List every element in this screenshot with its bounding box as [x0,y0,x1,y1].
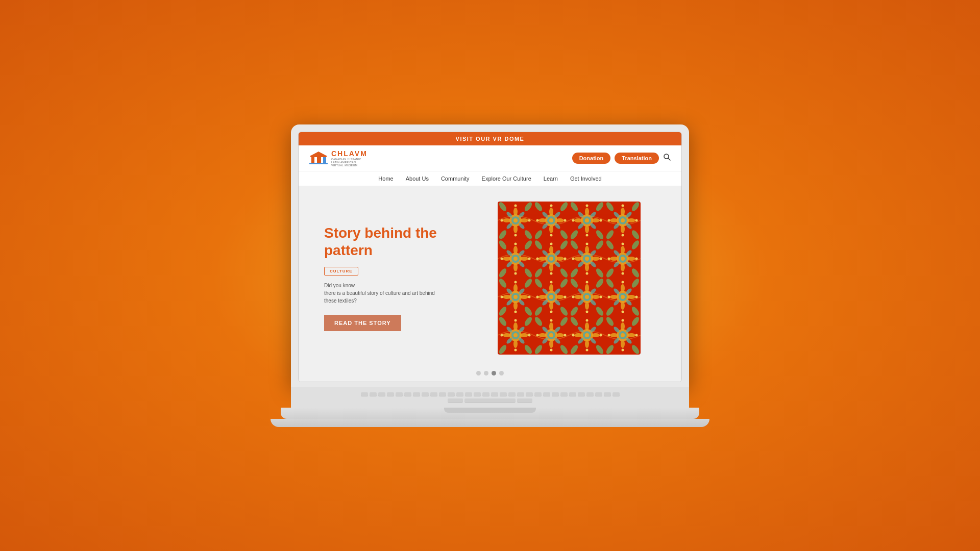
key [396,392,403,396]
key [569,392,576,396]
banner-text: VISIT OUR VR DOME [456,136,525,142]
svg-rect-0 [311,157,314,164]
keyboard-row-1 [361,392,620,396]
translation-button[interactable]: Translation [615,153,659,164]
logo-icon [309,151,328,166]
carousel-dot-3[interactable] [492,371,496,375]
key [543,392,550,396]
key [404,392,411,396]
carousel-dot-4[interactable] [499,371,504,375]
key [578,392,585,396]
logo: CHLAVM CANADIAN HISPANIC LATIN AMERICAN … [309,149,368,167]
key [422,392,429,396]
laptop-keyboard [291,387,689,408]
key [612,392,620,396]
key [456,392,463,396]
key [604,392,611,396]
main-nav: Home About Us Community Explore Our Cult… [299,171,681,186]
key [526,392,533,396]
key [595,392,602,396]
key [586,392,594,396]
key [517,392,524,396]
logo-name: CHLAVM [331,149,368,158]
hero-title: Story behind the pattern [324,224,477,259]
key [508,392,516,396]
svg-line-7 [668,158,670,160]
key [560,392,568,396]
svg-marker-4 [310,152,327,156]
nav-home[interactable]: Home [378,176,393,182]
hero-category-tag: CULTURE [324,267,358,276]
hero-desc-line1: Did you know [324,283,355,288]
donation-button[interactable]: Donation [572,153,611,164]
key [500,392,507,396]
hero-description: Did you know there is a beautiful story … [324,282,477,305]
nav-get-involved[interactable]: Get Involved [570,176,602,182]
carousel-dots [299,365,681,382]
key [370,392,377,396]
key [474,392,481,396]
nav-community[interactable]: Community [441,176,470,182]
nav-learn[interactable]: Learn [544,176,558,182]
key [448,398,463,403]
key [413,392,420,396]
key [482,392,489,396]
search-icon [663,154,671,163]
vr-dome-banner[interactable]: VISIT OUR VR DOME [299,132,681,145]
key [534,392,542,396]
key [430,392,437,396]
header-actions: Donation Translation [572,153,671,164]
carousel-dot-1[interactable] [476,371,481,375]
key [517,398,532,403]
laptop-base [281,408,699,419]
key [491,392,498,396]
key [387,392,394,396]
hero-section: Story behind the pattern CULTURE Did you… [299,186,681,365]
keyboard-row-2 [448,398,532,403]
hero-desc-line2: there is a beautiful story of culture an… [324,290,435,296]
nav-explore[interactable]: Explore Our Culture [482,176,531,182]
site-header: CHLAVM CANADIAN HISPANIC LATIN AMERICAN … [299,145,681,171]
logo-subtitle-line3: VIRTUAL MUSEUM [331,164,368,167]
search-button[interactable] [663,153,671,163]
key [465,392,472,396]
key [552,392,559,396]
laptop-bottom [271,419,709,427]
nav-about[interactable]: About Us [406,176,429,182]
key [361,392,368,396]
key [439,392,446,396]
svg-rect-2 [323,157,326,164]
hero-pattern-image [498,202,641,355]
hero-content: Story behind the pattern CULTURE Did you… [324,224,477,331]
read-story-button[interactable]: READ THE STORY [324,315,401,331]
carousel-dot-2[interactable] [484,371,488,375]
key [448,392,455,396]
key [378,392,385,396]
laptop-notch [444,408,536,413]
logo-text: CHLAVM CANADIAN HISPANIC LATIN AMERICAN … [331,149,368,167]
hero-desc-line3: these textiles? [324,298,357,304]
svg-rect-5 [309,163,328,164]
key-spacebar [464,398,516,403]
